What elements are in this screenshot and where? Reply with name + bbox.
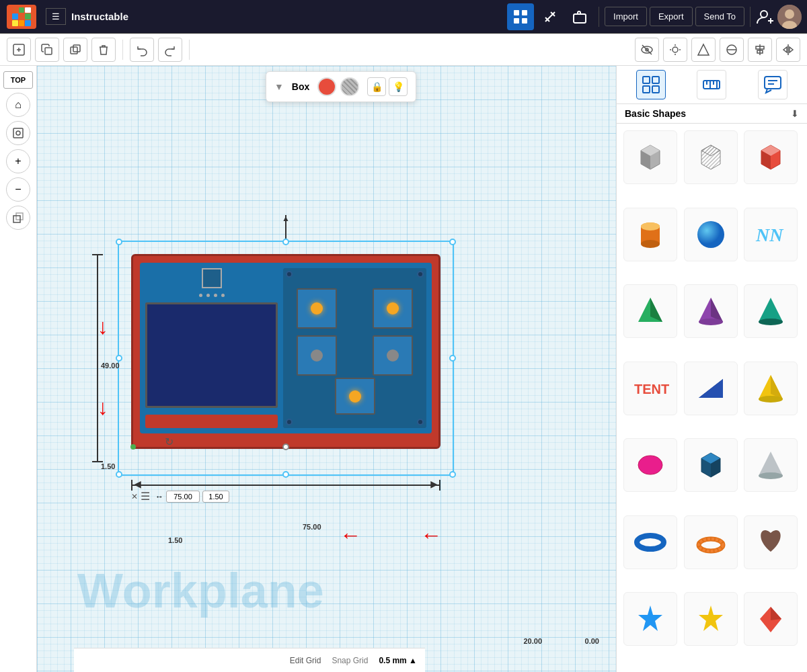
align-button[interactable]: [748, 38, 772, 62]
width-input[interactable]: [166, 491, 200, 503]
svg-marker-94: [771, 607, 781, 620]
shape-gem-red[interactable]: [744, 592, 798, 646]
measure-close-icon[interactable]: ✕: [131, 492, 138, 501]
new-design-button[interactable]: [7, 38, 31, 62]
delete-button[interactable]: [91, 38, 116, 62]
chat-tab[interactable]: [758, 70, 787, 99]
solid-color-button[interactable]: [317, 77, 336, 96]
shape-heart[interactable]: [744, 515, 798, 569]
coord-x-label: 20.00: [523, 637, 542, 645]
shapes-category-label: Basic Shapes: [625, 108, 686, 119]
mirror-button[interactable]: [776, 38, 800, 62]
object-container[interactable]: ◀ ◀ ▲: [131, 254, 440, 462]
green-handle[interactable]: [130, 444, 136, 450]
shape-box-red[interactable]: [744, 130, 798, 184]
briefcase-button[interactable]: [566, 3, 593, 30]
shape-box-solid[interactable]: [623, 130, 677, 184]
shape-wedge[interactable]: [684, 362, 738, 415]
svg-marker-36: [790, 47, 793, 52]
svg-point-74: [759, 319, 783, 325]
device-indicator: [202, 268, 222, 288]
shape-pyramid-purple[interactable]: [684, 284, 738, 338]
duplicate-button[interactable]: [63, 38, 87, 62]
light-button[interactable]: [663, 38, 687, 62]
redo-button[interactable]: [158, 38, 182, 62]
visible-button[interactable]: 💡: [389, 77, 408, 96]
send-to-button[interactable]: Send To: [695, 7, 744, 26]
rotate-handle[interactable]: ↻: [165, 435, 178, 449]
svg-point-72: [699, 319, 723, 325]
hole-color-button[interactable]: [340, 77, 359, 96]
main-area: TOP ⌂ + − Workplane ▼ Box: [0, 66, 807, 672]
svg-rect-42: [652, 77, 659, 83]
svg-rect-2: [514, 18, 519, 24]
shape-box-hole[interactable]: [684, 130, 738, 184]
view-tabs: [617, 66, 807, 104]
device-left: [145, 268, 278, 428]
depth-input[interactable]: [202, 491, 229, 503]
prop-dropdown[interactable]: ▼: [274, 81, 284, 92]
svg-point-8: [761, 11, 767, 17]
device-object[interactable]: [131, 254, 440, 449]
svg-rect-1: [522, 10, 527, 15]
svg-point-88: [637, 536, 664, 549]
led-btn-4: [373, 335, 413, 376]
shape-button[interactable]: [691, 38, 716, 62]
shapes-category-dropdown[interactable]: Basic Shapes ⬇: [617, 104, 807, 124]
group-button[interactable]: [720, 38, 744, 62]
shape-cylinder[interactable]: [623, 208, 677, 261]
hide-button[interactable]: [635, 38, 659, 62]
edit-grid-label[interactable]: Edit Grid: [290, 656, 321, 665]
undo-button[interactable]: [130, 38, 154, 62]
zoom-in-button[interactable]: +: [6, 149, 30, 173]
view-label[interactable]: TOP: [3, 71, 33, 89]
shape-pyramid-yellow[interactable]: [744, 362, 798, 415]
hdim-left-arrow: ◀: [134, 478, 141, 489]
topbar: ☰ Instructable Import Ex: [0, 0, 807, 34]
zoom-out-button[interactable]: −: [6, 177, 30, 202]
ortho-button[interactable]: [6, 206, 30, 230]
pickaxe-button[interactable]: [537, 3, 564, 30]
menu-button[interactable]: ☰: [46, 8, 66, 25]
tinkercad-logo: [7, 5, 36, 29]
copy-button[interactable]: [35, 38, 59, 62]
dim-vert-line: [97, 255, 98, 461]
center-handle[interactable]: [282, 444, 289, 450]
shape-star-yellow[interactable]: [684, 592, 738, 646]
grid-view-button[interactable]: [507, 3, 534, 30]
shape-torus-blue[interactable]: [623, 515, 677, 569]
shape-cone-teal[interactable]: [744, 284, 798, 338]
measure-menu-icon[interactable]: ☰: [141, 490, 150, 503]
lock-button[interactable]: 🔒: [367, 77, 386, 96]
svg-point-23: [672, 47, 678, 52]
svg-rect-17: [45, 48, 52, 54]
shape-pyramid-green[interactable]: [623, 284, 677, 338]
svg-rect-3: [522, 18, 527, 24]
device-slot: [145, 415, 278, 428]
shape-cone-gray[interactable]: [744, 438, 798, 492]
toolbar: [0, 34, 807, 66]
svg-rect-39: [13, 216, 20, 222]
svg-rect-50: [765, 77, 781, 89]
shape-star-blue[interactable]: [623, 592, 677, 646]
shape-text[interactable]: NN: [744, 208, 798, 261]
export-button[interactable]: Export: [650, 7, 693, 26]
import-button[interactable]: Import: [605, 7, 647, 26]
prop-name: Box: [292, 81, 309, 92]
fit-button[interactable]: [6, 121, 30, 145]
shapes-tab[interactable]: [636, 70, 666, 99]
canvas-area[interactable]: Workplane ▼ Box 🔒 💡: [37, 66, 616, 672]
shape-tent[interactable]: TENT: [623, 362, 677, 415]
shapes-dropdown-arrow-icon: ⬇: [791, 108, 799, 119]
dim-label-height: 49.00: [101, 362, 120, 370]
svg-rect-44: [652, 86, 659, 93]
shape-torus-orange[interactable]: [684, 515, 738, 569]
snap-grid-value[interactable]: 0.5 mm ▲: [379, 656, 417, 665]
shape-gem-pink[interactable]: [623, 438, 677, 492]
home-button[interactable]: ⌂: [6, 93, 30, 117]
user-avatar[interactable]: [777, 5, 802, 29]
shape-cube-dark-blue[interactable]: [684, 438, 738, 492]
add-user-button[interactable]: [756, 7, 775, 26]
shape-sphere[interactable]: [684, 208, 738, 261]
ruler-tab[interactable]: [697, 70, 726, 99]
